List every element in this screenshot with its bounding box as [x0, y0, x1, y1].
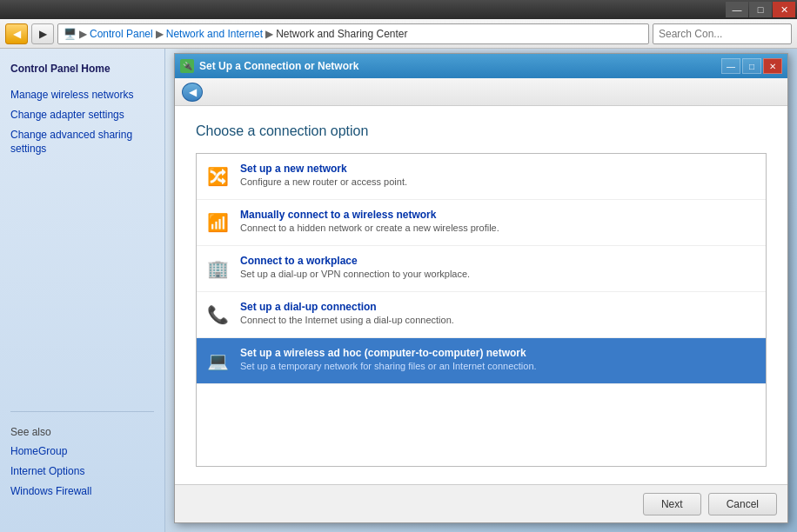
sidebar-item-change-advanced[interactable]: Change advanced sharing settings — [0, 125, 164, 160]
option-icon-adhoc: 💻 — [204, 347, 231, 375]
search-input[interactable] — [653, 23, 792, 44]
breadcrumb-icon: 🖥️ — [64, 28, 77, 40]
option-desc-workplace: Set up a dial-up or VPN connection to yo… — [240, 269, 759, 279]
option-icon-wireless-network: 📶 — [204, 209, 231, 236]
option-title-new-network[interactable]: Set up a new network — [240, 163, 759, 175]
options-list: 🔀Set up a new networkConfigure a new rou… — [196, 153, 767, 467]
dialog-window: 🔌 Set Up a Connection or Network — □ ✕ ◀… — [174, 53, 788, 523]
sidebar-item-change-adapter[interactable]: Change adapter settings — [0, 105, 164, 125]
option-title-dialup[interactable]: Set up a dial-up connection — [240, 301, 759, 313]
option-icon-workplace: 🏢 — [204, 255, 231, 283]
dialog-body: Choose a connection option 🔀Set up a new… — [175, 106, 787, 484]
sidebar-item-windows-firewall[interactable]: Windows Firewall — [0, 482, 164, 502]
dialog-close-button[interactable]: ✕ — [763, 58, 782, 74]
cancel-button[interactable]: Cancel — [708, 493, 777, 515]
option-text-adhoc: Set up a wireless ad hoc (computer-to-co… — [240, 347, 759, 371]
breadcrumb-sep-3: ▶ — [265, 28, 273, 40]
breadcrumb-network-internet[interactable]: Network and Internet — [166, 28, 263, 40]
option-desc-new-network: Configure a new router or access point. — [240, 176, 759, 187]
breadcrumb-sep-1: ▶ — [79, 28, 87, 40]
dialog-title-buttons: — □ ✕ — [721, 58, 782, 74]
title-bar: — □ ✕ — [0, 0, 797, 19]
option-icon-new-network: 🔀 — [204, 163, 231, 190]
see-also-label: See also — [0, 421, 164, 442]
sidebar: Control Panel Home Manage wireless netwo… — [0, 49, 165, 532]
option-desc-wireless-network: Connect to a hidden network or create a … — [240, 223, 759, 233]
minimize-button[interactable]: — — [726, 2, 748, 17]
close-button[interactable]: ✕ — [773, 2, 795, 17]
option-item-workplace[interactable]: 🏢Connect to a workplaceSet up a dial-up … — [197, 246, 766, 292]
back-button[interactable]: ◀ — [5, 23, 28, 44]
option-text-new-network: Set up a new networkConfigure a new rout… — [240, 163, 759, 187]
address-bar: ◀ ▶ 🖥️ ▶ Control Panel ▶ Network and Int… — [0, 19, 797, 49]
option-text-workplace: Connect to a workplaceSet up a dial-up o… — [240, 255, 759, 279]
option-icon-dialup: 📞 — [204, 301, 231, 329]
forward-button[interactable]: ▶ — [31, 23, 54, 44]
breadcrumb-current: Network and Sharing Center — [276, 28, 407, 40]
sidebar-title: Control Panel Home — [0, 57, 164, 78]
breadcrumb-control-panel[interactable]: Control Panel — [90, 28, 153, 40]
option-title-workplace[interactable]: Connect to a workplace — [240, 255, 759, 267]
next-button[interactable]: Next — [643, 493, 701, 515]
sidebar-divider — [10, 411, 154, 412]
sidebar-item-internet-options[interactable]: Internet Options — [0, 462, 164, 482]
dialog-maximize-button[interactable]: □ — [742, 58, 761, 74]
sidebar-item-homegroup[interactable]: HomeGroup — [0, 442, 164, 462]
option-text-wireless-network: Manually connect to a wireless networkCo… — [240, 209, 759, 233]
option-desc-dialup: Connect to the Internet using a dial-up … — [240, 315, 759, 325]
dialog-title-left: 🔌 Set Up a Connection or Network — [180, 59, 358, 73]
option-item-dialup[interactable]: 📞Set up a dial-up connectionConnect to t… — [197, 292, 766, 338]
sidebar-item-manage-wireless[interactable]: Manage wireless networks — [0, 85, 164, 105]
option-item-adhoc[interactable]: 💻Set up a wireless ad hoc (computer-to-c… — [197, 338, 766, 384]
breadcrumb-sep-2: ▶ — [156, 28, 164, 40]
dialog-heading: Choose a connection option — [196, 123, 767, 139]
dialog-title-text: Set Up a Connection or Network — [199, 60, 358, 72]
main-content: 🔌 Set Up a Connection or Network — □ ✕ ◀… — [165, 49, 797, 532]
maximize-button[interactable]: □ — [749, 2, 772, 17]
option-item-wireless-network[interactable]: 📶Manually connect to a wireless networkC… — [197, 200, 766, 246]
dialog-minimize-button[interactable]: — — [721, 58, 740, 74]
option-title-wireless-network[interactable]: Manually connect to a wireless network — [240, 209, 759, 221]
main-window: ◀ ▶ 🖥️ ▶ Control Panel ▶ Network and Int… — [0, 19, 797, 532]
option-desc-adhoc: Set up a temporary network for sharing f… — [240, 361, 759, 371]
option-text-dialup: Set up a dial-up connectionConnect to th… — [240, 301, 759, 325]
content-area: Control Panel Home Manage wireless netwo… — [0, 49, 797, 532]
dialog-title-icon: 🔌 — [180, 59, 194, 73]
dialog-title-bar: 🔌 Set Up a Connection or Network — □ ✕ — [175, 54, 787, 78]
dialog-footer: Next Cancel — [175, 484, 787, 522]
dialog-back-button[interactable]: ◀ — [182, 83, 203, 102]
dialog-nav: ◀ — [175, 78, 787, 106]
option-item-new-network[interactable]: 🔀Set up a new networkConfigure a new rou… — [197, 154, 766, 200]
breadcrumb-bar: 🖥️ ▶ Control Panel ▶ Network and Interne… — [57, 23, 649, 44]
option-title-adhoc[interactable]: Set up a wireless ad hoc (computer-to-co… — [240, 347, 759, 359]
